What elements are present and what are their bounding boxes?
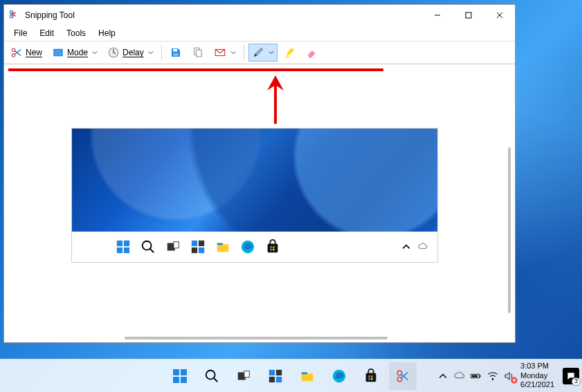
clock-icon <box>107 46 120 59</box>
svg-rect-29 <box>217 243 223 245</box>
svg-rect-52 <box>371 375 373 377</box>
svg-rect-26 <box>199 241 204 246</box>
svg-rect-58 <box>480 375 480 377</box>
taskview-button[interactable] <box>230 362 257 390</box>
widgets-button[interactable] <box>262 362 289 390</box>
highlighter-icon <box>284 46 296 59</box>
snip-wallpaper <box>72 129 437 232</box>
svg-rect-50 <box>365 373 376 382</box>
svg-rect-39 <box>181 377 187 383</box>
eraser-button[interactable] <box>302 44 322 62</box>
copy-icon <box>192 46 204 59</box>
svg-rect-9 <box>55 50 62 55</box>
snipping-tool-icon <box>8 9 21 21</box>
snipping-tool-taskbar-button[interactable] <box>389 362 417 390</box>
clock-time: 3:03 PM <box>520 362 554 371</box>
taskbar-center <box>166 362 417 390</box>
svg-point-40 <box>206 370 215 379</box>
battery-icon[interactable] <box>471 371 482 382</box>
toolbar-separator <box>244 45 244 60</box>
captured-snip <box>71 128 438 263</box>
svg-rect-25 <box>192 241 197 246</box>
svg-rect-36 <box>173 369 179 375</box>
svg-rect-46 <box>269 376 274 382</box>
wifi-icon[interactable] <box>487 371 498 382</box>
search-button[interactable] <box>198 362 226 390</box>
chevron-up-icon <box>401 242 411 252</box>
svg-rect-43 <box>244 371 248 377</box>
svg-point-60 <box>492 379 493 380</box>
tray-overflow-icon[interactable] <box>437 371 448 382</box>
snip-taskbar <box>72 232 437 262</box>
toolbar-separator <box>161 45 162 60</box>
svg-rect-16 <box>285 56 289 57</box>
highlighter-button[interactable] <box>280 44 300 62</box>
svg-rect-24 <box>174 242 179 248</box>
delay-label: Delay <box>122 48 144 57</box>
menu-file[interactable]: File <box>8 27 33 39</box>
send-button[interactable] <box>210 44 239 62</box>
svg-rect-48 <box>301 372 307 374</box>
svg-rect-19 <box>117 248 122 253</box>
svg-rect-17 <box>117 241 122 246</box>
onedrive-icon[interactable] <box>454 371 465 382</box>
system-tray: 3:03 PM Monday 6/21/2021 3 <box>437 360 579 392</box>
horizontal-scrollbar[interactable] <box>125 337 388 339</box>
explorer-button[interactable] <box>293 362 321 390</box>
svg-rect-54 <box>371 377 373 380</box>
edge-icon <box>239 239 256 255</box>
menu-tools[interactable]: Tools <box>61 27 91 39</box>
pen-icon <box>252 46 264 59</box>
eraser-icon <box>306 46 318 59</box>
mode-icon <box>52 46 64 59</box>
pen-button[interactable] <box>248 44 278 62</box>
new-button[interactable]: New <box>7 44 46 62</box>
svg-rect-18 <box>124 241 129 246</box>
vertical-scrollbar[interactable] <box>508 147 511 313</box>
svg-rect-38 <box>173 377 179 383</box>
svg-rect-28 <box>199 248 204 253</box>
edge-button[interactable] <box>325 362 353 390</box>
start-button[interactable] <box>166 362 194 390</box>
notifications-button[interactable]: 3 <box>563 368 579 384</box>
svg-rect-27 <box>192 248 197 253</box>
copy-button[interactable] <box>188 44 208 62</box>
mode-button[interactable]: Mode <box>48 44 101 62</box>
explorer-icon <box>215 239 231 255</box>
menu-edit[interactable]: Edit <box>34 27 60 39</box>
svg-rect-37 <box>181 369 187 375</box>
canvas-area[interactable] <box>4 64 515 342</box>
chevron-down-icon <box>92 50 98 55</box>
svg-rect-34 <box>270 249 272 251</box>
mode-label: Mode <box>67 48 88 57</box>
widgets-icon <box>190 239 206 255</box>
menu-help[interactable]: Help <box>93 27 121 39</box>
scissors-icon <box>10 46 23 59</box>
titlebar[interactable]: Snipping Tool <box>4 5 515 26</box>
save-button[interactable] <box>166 44 185 62</box>
volume-icon[interactable] <box>504 371 515 382</box>
annotation-arrow <box>262 75 289 124</box>
new-label: New <box>26 48 42 57</box>
window-title: Snipping Tool <box>25 10 75 20</box>
close-button[interactable] <box>484 5 515 26</box>
notification-badge: 3 <box>572 377 581 386</box>
svg-rect-35 <box>273 249 275 251</box>
svg-rect-20 <box>124 248 129 253</box>
clock-date: 6/21/2021 <box>520 380 554 390</box>
svg-rect-3 <box>466 12 471 18</box>
store-icon <box>264 239 281 255</box>
svg-rect-51 <box>368 375 370 377</box>
maximize-button[interactable] <box>453 5 484 26</box>
svg-rect-45 <box>275 369 281 375</box>
clock[interactable]: 3:03 PM Monday 6/21/2021 <box>520 362 554 390</box>
save-icon <box>170 46 182 59</box>
delay-button[interactable]: Delay <box>104 44 157 62</box>
svg-rect-11 <box>173 49 177 52</box>
store-button[interactable] <box>357 362 385 390</box>
toolbar: New Mode Delay <box>4 41 515 64</box>
svg-rect-47 <box>275 376 281 382</box>
onedrive-icon <box>418 242 428 252</box>
minimize-button[interactable] <box>421 5 453 26</box>
envelope-icon <box>214 46 226 59</box>
